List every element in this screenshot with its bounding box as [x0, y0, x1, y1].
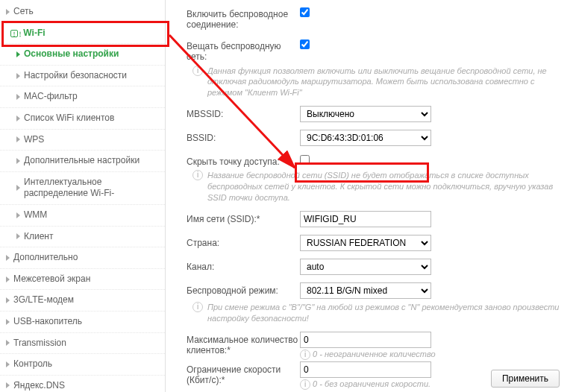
wifi-icon: ⋮⋮	[10, 30, 18, 37]
sidebar-item-usb[interactable]: USB-накопитель	[0, 312, 165, 333]
sidebar-item-label: 3G/LTE-модем	[13, 294, 74, 305]
country-select[interactable]: RUSSIAN FEDERATION	[300, 235, 431, 251]
mbssid-select[interactable]: Выключено	[300, 106, 431, 122]
max-clients-input[interactable]	[300, 332, 431, 348]
caret-right-icon	[16, 185, 20, 191]
caret-right-icon	[6, 276, 10, 282]
caret-right-icon	[6, 9, 10, 15]
ssid-input[interactable]	[300, 211, 431, 227]
caret-right-icon	[6, 361, 10, 367]
sidebar-item-label: Настройки безопасности	[24, 70, 127, 80]
caret-right-icon	[16, 212, 20, 218]
ssid-label: Имя сети (SSID):*	[187, 211, 300, 224]
sidebar-item-advanced[interactable]: Дополнительные настройки	[0, 151, 165, 172]
sidebar-item-basic-settings[interactable]: Основные настройки	[0, 44, 165, 66]
sidebar-item-label: Интеллектуальное распределение Wi-Fi-	[24, 177, 114, 199]
sidebar-item-label: Список WiFi клиентов	[24, 113, 114, 123]
info-icon: i	[192, 302, 203, 312]
sidebar-item-label: Сеть	[13, 6, 34, 16]
caret-right-icon	[16, 233, 20, 239]
sidebar-item-extra[interactable]: Дополнительно	[0, 247, 165, 269]
country-label: Страна:	[187, 235, 300, 248]
sidebar-item-label: USB-накопитель	[13, 316, 82, 326]
channel-label: Канал:	[187, 259, 300, 272]
sidebar-item-3g-lte[interactable]: 3G/LTE-модем	[0, 290, 165, 312]
caret-right-icon	[6, 255, 10, 261]
sidebar-item-firewall[interactable]: Межсетевой экран	[0, 269, 165, 291]
caret-right-icon	[6, 382, 10, 388]
settings-form: Включить беспроводное соединение: Вещать…	[166, 0, 573, 392]
sidebar: Сеть ⋮⋮ Wi-Fi Основные настройки Настрой…	[0, 0, 166, 392]
sidebar-item-label: Клиент	[24, 231, 54, 241]
apply-button[interactable]: Применить	[491, 370, 560, 388]
sidebar-item-wifi[interactable]: ⋮⋮ Wi-Fi	[0, 23, 165, 45]
max-clients-label: Максимальное количество клиентов:*	[187, 332, 300, 356]
mode-select[interactable]: 802.11 B/G/N mixed	[300, 282, 431, 299]
caret-right-icon	[16, 51, 20, 57]
broadcast-hint: Данная функция позволяет включить или вы…	[207, 66, 563, 99]
info-icon: i	[300, 350, 310, 360]
broadcast-label: Вещать беспроводную сеть:	[187, 38, 300, 63]
sidebar-item-label: Контроль	[13, 358, 52, 369]
sidebar-item-client-list[interactable]: Список WiFi клиентов	[0, 108, 165, 130]
mode-hint: При смене режима с "B"/"G" на любой из р…	[207, 302, 563, 324]
bssid-select[interactable]: 9C:D6:43:3D:01:06	[300, 130, 431, 146]
enable-wireless-checkbox[interactable]	[300, 7, 310, 17]
hide-ap-checkbox[interactable]	[300, 155, 310, 165]
caret-right-icon	[6, 340, 10, 346]
sidebar-item-label: Яндекс.DNS	[13, 380, 65, 391]
sidebar-item-client[interactable]: Клиент	[0, 227, 165, 248]
caret-right-icon	[6, 319, 10, 325]
sidebar-item-label: Дополнительно	[13, 252, 78, 262]
sidebar-item-label: Межсетевой экран	[13, 274, 90, 284]
sidebar-item-smart-wifi[interactable]: Интеллектуальное распределение Wi-Fi-	[0, 172, 165, 205]
rate-limit-hint: 0 - без ограничения скорости.	[313, 379, 430, 388]
caret-right-icon	[16, 158, 20, 164]
broadcast-checkbox[interactable]	[300, 39, 310, 49]
sidebar-item-label: WMM	[24, 209, 47, 220]
rate-limit-input[interactable]	[300, 361, 431, 378]
bssid-label: BSSID:	[187, 130, 300, 143]
sidebar-item-wmm[interactable]: WMM	[0, 205, 165, 227]
caret-right-icon	[16, 116, 20, 121]
info-icon: i	[192, 66, 203, 76]
hide-ap-hint: Название беспроводной сети (SSID) не буд…	[207, 170, 563, 203]
channel-select[interactable]: auto	[300, 259, 431, 275]
caret-right-icon	[16, 73, 20, 79]
caret-right-icon	[6, 297, 10, 303]
sidebar-item-label: WPS	[24, 134, 44, 145]
sidebar-item-label: Дополнительные настройки	[24, 155, 140, 165]
mode-label: Беспроводной режим:	[187, 282, 300, 296]
rate-limit-label: Ограничение скорости (Кбит/c):*	[187, 361, 300, 386]
sidebar-item-label: MAC-фильтр	[24, 91, 78, 101]
sidebar-item-wps[interactable]: WPS	[0, 130, 165, 151]
caret-right-icon	[16, 136, 20, 142]
hide-ap-label: Скрыть точку доступа:	[187, 154, 300, 167]
sidebar-item-security[interactable]: Настройки безопасности	[0, 66, 165, 87]
sidebar-item-label: Основные настройки	[24, 48, 119, 59]
sidebar-item-control[interactable]: Контроль	[0, 354, 165, 376]
sidebar-item-label: Transmission	[13, 338, 66, 348]
info-icon: i	[300, 379, 310, 390]
mbssid-label: MBSSID:	[187, 106, 300, 119]
caret-right-icon	[16, 94, 20, 100]
info-icon: i	[192, 170, 203, 180]
sidebar-item-network[interactable]: Сеть	[0, 1, 165, 23]
sidebar-item-transmission[interactable]: Transmission	[0, 333, 165, 355]
sidebar-item-label: Wi-Fi	[23, 28, 45, 38]
enable-wireless-label: Включить беспроводное соединение:	[187, 6, 300, 31]
sidebar-item-yandex-dns[interactable]: Яндекс.DNS	[0, 376, 165, 392]
max-clients-hint: 0 - неограниченное количество	[313, 350, 436, 358]
sidebar-item-mac-filter[interactable]: MAC-фильтр	[0, 86, 165, 108]
